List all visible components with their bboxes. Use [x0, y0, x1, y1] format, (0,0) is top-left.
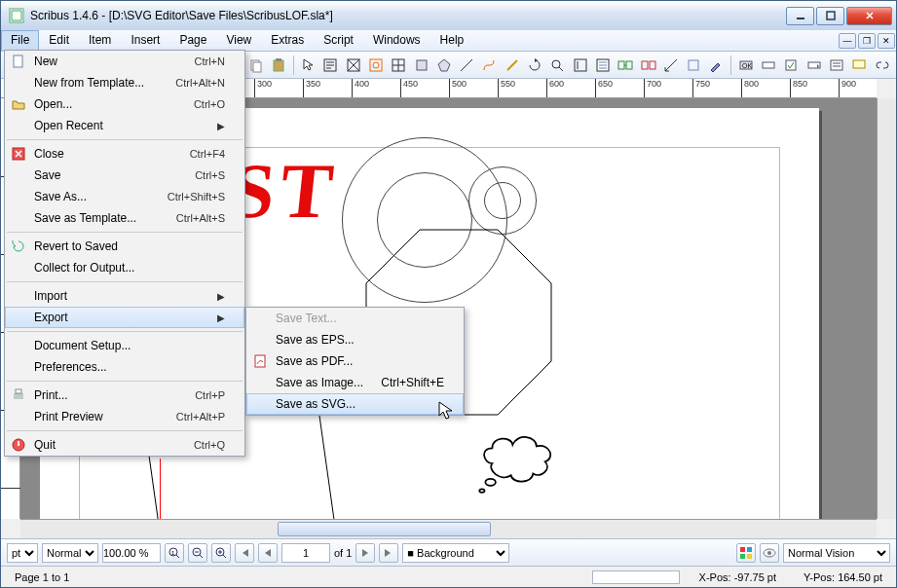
- unlink-frames-icon[interactable]: [638, 55, 658, 76]
- svg-rect-29: [642, 61, 648, 69]
- zoom-out-button[interactable]: [188, 543, 207, 563]
- file-menu-item[interactable]: SaveCtrl+S: [5, 165, 244, 186]
- vision-select[interactable]: Normal Vision: [783, 543, 890, 563]
- copy-icon[interactable]: [245, 55, 266, 76]
- file-menu-item[interactable]: CloseCtrl+F4: [5, 143, 244, 165]
- file-menu-item[interactable]: Open Recent▶: [5, 115, 244, 136]
- zoom-icon[interactable]: [547, 55, 568, 76]
- layer-select[interactable]: ■ Background: [402, 543, 509, 563]
- menu-insert[interactable]: Insert: [121, 30, 169, 51]
- pointer-icon[interactable]: [297, 55, 318, 76]
- status-ypos: Y-Pos: 164.50 pt: [796, 571, 890, 583]
- menu-item[interactable]: Item: [79, 30, 121, 51]
- canvas-speech-bubble[interactable]: [468, 429, 576, 497]
- file-menu-item[interactable]: New from Template...Ctrl+Alt+N: [5, 72, 244, 93]
- freehand-icon[interactable]: [502, 55, 522, 76]
- pdf-listbox-icon[interactable]: [826, 55, 846, 76]
- pdf-pushbutton-icon[interactable]: OK: [735, 55, 756, 76]
- vertical-scrollbar[interactable]: [877, 98, 896, 519]
- menu-help[interactable]: Help: [430, 30, 474, 51]
- unit-select[interactable]: pt: [7, 543, 38, 563]
- menu-item-label: Save as Image...: [276, 376, 381, 389]
- maximize-button[interactable]: [816, 7, 844, 25]
- svg-point-44: [479, 489, 484, 493]
- text-frame-icon[interactable]: [320, 55, 341, 76]
- menu-script[interactable]: Script: [314, 30, 363, 51]
- zoom-in-button[interactable]: [211, 543, 231, 563]
- menu-file[interactable]: File: [1, 30, 39, 51]
- horizontal-scrollbar[interactable]: [20, 519, 877, 538]
- line-icon[interactable]: [457, 55, 477, 76]
- file-menu-item[interactable]: Collect for Output...: [5, 257, 244, 278]
- scrollbar-thumb[interactable]: [278, 522, 492, 536]
- minimize-button[interactable]: [786, 7, 814, 25]
- file-menu-item[interactable]: Print PreviewCtrl+Alt+P: [5, 406, 244, 427]
- edit-contents-icon[interactable]: [570, 55, 590, 76]
- pdf-combobox-icon[interactable]: [804, 55, 824, 76]
- file-menu-item[interactable]: Preferences...: [5, 356, 244, 378]
- story-editor-icon[interactable]: [592, 55, 613, 76]
- svg-rect-60: [18, 441, 19, 446]
- svg-rect-22: [417, 60, 427, 70]
- preview-mode-select[interactable]: Normal: [42, 543, 98, 563]
- mdi-minimize-button[interactable]: —: [839, 33, 856, 49]
- canvas-spiral[interactable]: [484, 182, 521, 219]
- file-menu-item[interactable]: Print...Ctrl+P: [5, 385, 244, 406]
- menu-item-label: Open...: [34, 97, 194, 111]
- link-frames-icon[interactable]: [616, 55, 636, 76]
- svg-rect-16: [276, 58, 281, 61]
- file-menu-item[interactable]: NewCtrl+N: [5, 51, 244, 72]
- menu-item-label: Quit: [34, 438, 194, 452]
- render-frame-icon[interactable]: [365, 55, 386, 76]
- menu-windows[interactable]: Windows: [363, 30, 430, 51]
- polygon-icon[interactable]: [433, 55, 454, 76]
- file-menu-item[interactable]: Import▶: [5, 285, 244, 307]
- svg-rect-37: [831, 60, 842, 70]
- file-menu-item[interactable]: Document Setup...: [5, 335, 244, 356]
- export-menu-item[interactable]: Save as Image...Ctrl+Shift+E: [246, 372, 464, 393]
- mdi-restore-button[interactable]: ❐: [858, 33, 876, 49]
- menu-extras[interactable]: Extras: [261, 30, 314, 51]
- first-page-button[interactable]: [235, 543, 254, 563]
- eyedropper-icon[interactable]: [706, 55, 727, 76]
- preview-button[interactable]: [760, 543, 779, 563]
- close-icon: [11, 146, 26, 162]
- file-menu-item[interactable]: Revert to Saved: [5, 236, 244, 257]
- bezier-icon[interactable]: [479, 55, 500, 76]
- last-page-button[interactable]: [379, 543, 398, 563]
- export-menu-item[interactable]: Save as SVG...: [246, 393, 464, 415]
- measure-icon[interactable]: [660, 55, 681, 76]
- pdf-checkbox-icon[interactable]: [781, 55, 802, 76]
- table-icon[interactable]: [389, 55, 409, 76]
- menu-item-label: Save as PDF...: [276, 354, 444, 368]
- file-menu-item[interactable]: Save As...Ctrl+Shift+S: [5, 186, 244, 207]
- file-menu-item[interactable]: Open...Ctrl+O: [5, 93, 244, 115]
- next-page-button[interactable]: [355, 543, 375, 563]
- export-menu-item[interactable]: Save as PDF...: [246, 350, 464, 372]
- shape-icon[interactable]: [411, 55, 431, 76]
- export-menu-item[interactable]: Save as EPS...: [246, 329, 464, 350]
- menu-edit[interactable]: Edit: [39, 30, 79, 51]
- file-menu-item[interactable]: Export▶: [5, 307, 244, 328]
- pdf-textfield-icon[interactable]: [758, 55, 778, 76]
- prev-page-button[interactable]: [258, 543, 278, 563]
- pdf-annotation-icon[interactable]: [849, 55, 870, 76]
- menu-view[interactable]: View: [216, 30, 261, 51]
- mdi-close-button[interactable]: ✕: [878, 33, 895, 49]
- zoom-to-100-button[interactable]: 1: [165, 543, 184, 563]
- menu-page[interactable]: Page: [169, 30, 216, 51]
- menu-item-shortcut: Ctrl+Alt+N: [175, 77, 225, 89]
- cms-button[interactable]: [736, 543, 756, 563]
- file-menu-item[interactable]: Save as Template...Ctrl+Alt+S: [5, 207, 244, 229]
- zoom-field[interactable]: [102, 543, 161, 563]
- page-field[interactable]: [281, 543, 330, 563]
- copy-props-icon[interactable]: [684, 55, 704, 76]
- file-menu-item[interactable]: QuitCtrl+Q: [5, 434, 244, 456]
- menu-item-shortcut: Ctrl+Shift+E: [381, 376, 444, 389]
- pdf-link-icon[interactable]: [872, 55, 892, 76]
- image-frame-icon[interactable]: [343, 55, 363, 76]
- rotate-icon[interactable]: [524, 55, 544, 76]
- menu-item-label: Preferences...: [34, 360, 225, 374]
- paste-icon[interactable]: [268, 55, 288, 76]
- close-button[interactable]: [846, 7, 892, 25]
